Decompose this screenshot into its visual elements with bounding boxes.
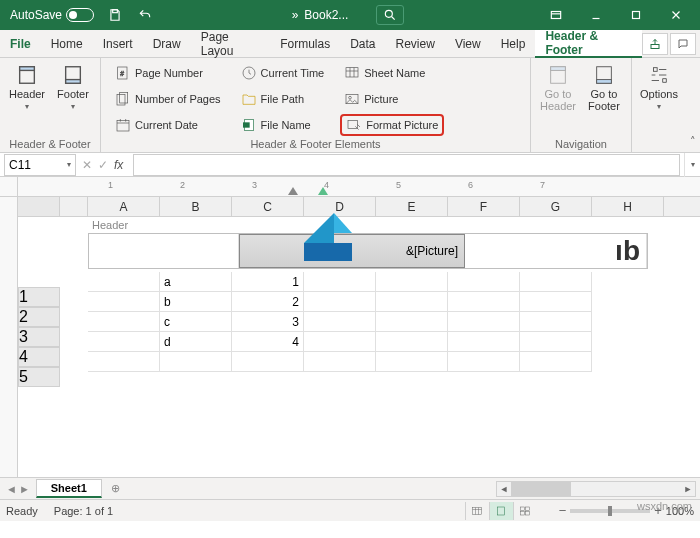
tab-file[interactable]: File (0, 30, 41, 58)
table-row[interactable]: b 2 (88, 292, 648, 312)
page-number-button[interactable]: #Page Number (111, 62, 225, 84)
tab-header-footer[interactable]: Header & Footer (535, 30, 642, 58)
table-row[interactable]: d 4 (88, 332, 648, 352)
svg-rect-3 (633, 12, 640, 19)
chevron-down-icon[interactable]: ▾ (67, 160, 71, 169)
col-header-e[interactable]: E (376, 197, 448, 216)
col-header-a[interactable]: A (88, 197, 160, 216)
share-icon[interactable] (642, 33, 668, 55)
save-icon[interactable] (100, 0, 130, 30)
cell-b3[interactable]: c (160, 312, 232, 332)
sheet-tab-sheet1[interactable]: Sheet1 (36, 479, 102, 498)
sheet-name-button[interactable]: Sheet Name (340, 62, 444, 84)
cell-c1[interactable]: 1 (232, 272, 304, 292)
search-box[interactable] (376, 5, 404, 25)
row-header-1[interactable]: 1 (18, 287, 60, 307)
current-time-label: Current Time (261, 67, 325, 79)
svg-point-1 (386, 10, 393, 17)
tab-home[interactable]: Home (41, 30, 93, 58)
horizontal-ruler[interactable]: 1 2 3 4 5 6 7 (18, 177, 700, 196)
spreadsheet-grid[interactable]: A B C D E F G H 1 2 3 4 5 Header &[Pictu… (0, 197, 700, 477)
formula-input[interactable] (133, 154, 680, 176)
goto-footer-button[interactable]: Go to Footer (581, 60, 627, 136)
row-header-4[interactable]: 4 (18, 347, 60, 367)
more-icon[interactable]: » (292, 8, 297, 22)
current-date-button[interactable]: Current Date (111, 114, 225, 136)
cell-b1[interactable]: a (160, 272, 232, 292)
expand-formula-bar-icon[interactable]: ▾ (684, 153, 700, 177)
row-header-2[interactable]: 2 (18, 307, 60, 327)
cell-c2[interactable]: 2 (232, 292, 304, 312)
scrollbar-thumb[interactable] (511, 482, 571, 496)
picture-button[interactable]: Picture (340, 88, 444, 110)
cancel-formula-icon: ✕ (82, 158, 92, 172)
ribbon: Header ▾ Footer ▾ Header & Footer #Page … (0, 58, 700, 153)
autosave-toggle[interactable]: AutoSave (4, 8, 100, 22)
file-name-button[interactable]: File Name (237, 114, 329, 136)
normal-view-icon[interactable] (465, 502, 489, 520)
autosave-label: AutoSave (10, 8, 62, 22)
row-header-3[interactable]: 3 (18, 327, 60, 347)
header-left-section[interactable] (89, 234, 239, 268)
group-elements-label: Header & Footer Elements (105, 136, 526, 152)
row-headers[interactable]: 1 2 3 4 5 (18, 287, 60, 387)
add-sheet-icon[interactable]: ⊕ (106, 479, 126, 499)
sheet-nav-prev-icon[interactable]: ◄ (6, 483, 17, 495)
header-edit-area[interactable]: &[Picture] ıb (88, 233, 648, 269)
number-of-pages-button[interactable]: Number of Pages (111, 88, 225, 110)
current-time-button[interactable]: Current Time (237, 62, 329, 84)
header-right-section[interactable]: ıb (465, 234, 647, 268)
fx-icon[interactable]: fx (114, 158, 123, 172)
col-header-f[interactable]: F (448, 197, 520, 216)
tab-page-layout[interactable]: Page Layou (191, 30, 270, 58)
comments-icon[interactable] (670, 33, 696, 55)
col-header-c[interactable]: C (232, 197, 304, 216)
goto-header-button: Go to Header (535, 60, 581, 136)
select-all-corner[interactable] (18, 197, 60, 216)
sheet-tab-bar: ◄ ► Sheet1 ⊕ ◄ ► (0, 477, 700, 499)
cell-c3[interactable]: 3 (232, 312, 304, 332)
zoom-out-icon[interactable]: − (559, 503, 567, 518)
table-row[interactable] (88, 352, 648, 372)
vertical-ruler[interactable] (0, 197, 18, 477)
undo-icon[interactable] (130, 0, 160, 30)
header-center-text: &[Picture] (406, 244, 458, 258)
row-header-5[interactable]: 5 (18, 367, 60, 387)
ribbon-display-icon[interactable] (536, 0, 576, 30)
tab-insert[interactable]: Insert (93, 30, 143, 58)
tab-help[interactable]: Help (491, 30, 536, 58)
maximize-icon[interactable] (616, 0, 656, 30)
status-bar: Ready Page: 1 of 1 − + 100% (0, 499, 700, 521)
svg-rect-25 (654, 68, 658, 72)
close-icon[interactable] (656, 0, 696, 30)
page-layout-view-icon[interactable] (489, 502, 513, 520)
tab-view[interactable]: View (445, 30, 491, 58)
minimize-icon[interactable] (576, 0, 616, 30)
cell-c4[interactable]: 4 (232, 332, 304, 352)
tab-data[interactable]: Data (340, 30, 385, 58)
scroll-right-icon[interactable]: ► (681, 484, 695, 494)
col-header-g[interactable]: G (520, 197, 592, 216)
format-picture-button[interactable]: Format Picture (340, 114, 444, 136)
file-path-button[interactable]: File Path (237, 88, 329, 110)
col-header-h[interactable]: H (592, 197, 664, 216)
table-row[interactable]: c 3 (88, 312, 648, 332)
cell-b4[interactable]: d (160, 332, 232, 352)
page-break-view-icon[interactable] (513, 502, 537, 520)
scroll-left-icon[interactable]: ◄ (497, 484, 511, 494)
horizontal-scrollbar[interactable]: ◄ ► (496, 481, 696, 497)
tab-draw[interactable]: Draw (143, 30, 191, 58)
footer-button[interactable]: Footer ▾ (50, 60, 96, 136)
svg-rect-22 (551, 67, 566, 71)
svg-marker-28 (334, 213, 352, 233)
cell-b2[interactable]: b (160, 292, 232, 312)
options-button[interactable]: Options ▾ (636, 60, 682, 136)
tab-review[interactable]: Review (386, 30, 445, 58)
col-header-b[interactable]: B (160, 197, 232, 216)
tab-formulas[interactable]: Formulas (270, 30, 340, 58)
collapse-ribbon-icon[interactable]: ˄ (686, 58, 700, 152)
table-row[interactable]: a 1 (88, 272, 648, 292)
name-box[interactable]: C11▾ (4, 154, 76, 176)
header-button[interactable]: Header ▾ (4, 60, 50, 136)
sheet-nav-next-icon[interactable]: ► (19, 483, 30, 495)
